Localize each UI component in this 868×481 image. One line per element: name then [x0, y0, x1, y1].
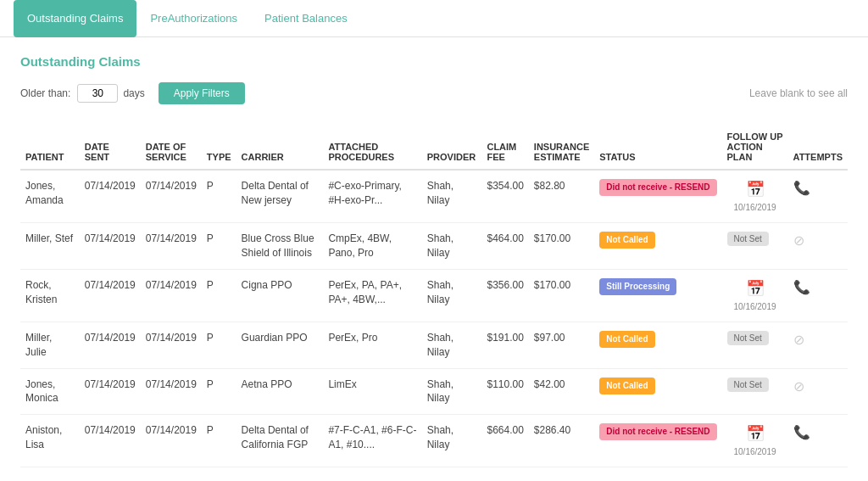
- cell-provider: Shah, Nilay: [422, 170, 482, 223]
- table-row: Miller, Stef 07/14/2019 07/14/2019 P Blu…: [20, 223, 848, 270]
- col-status: STATUS: [594, 125, 721, 170]
- table-row: Rock, Kristen 07/14/2019 07/14/2019 P Ci…: [20, 269, 848, 322]
- cell-attempts: ⊘: [788, 223, 848, 270]
- no-attempts-icon: ⊘: [793, 379, 804, 394]
- no-attempts-icon: ⊘: [793, 233, 804, 248]
- cell-provider: Shah, Nilay: [422, 415, 482, 467]
- cell-status: Not Called: [594, 322, 721, 368]
- table-header-row: PATIENT DATESENT DATE OFSERVICE TYPE CAR…: [20, 125, 848, 170]
- status-badge[interactable]: Did not receive - RESEND: [599, 423, 716, 440]
- action-date: 10/16/2019: [733, 202, 776, 214]
- days-input[interactable]: [77, 84, 118, 103]
- no-attempts-icon: ⊘: [793, 333, 804, 347]
- cell-insurance-estimate: $286.40: [529, 415, 594, 467]
- days-label: days: [123, 87, 144, 99]
- cell-patient: Jones, Monica: [20, 368, 80, 415]
- cell-claim-fee: $191.00: [481, 322, 528, 368]
- cell-date-sent: 07/14/2019: [80, 322, 141, 368]
- cell-action-plan: Not Set: [722, 223, 788, 270]
- cell-type: P: [202, 170, 236, 223]
- cell-action-plan: 📅 10/16/2019: [722, 415, 788, 467]
- col-insurance-estimate: INSURANCEESTIMATE: [529, 125, 594, 170]
- cell-provider: Shah, Nilay: [422, 223, 482, 270]
- cell-carrier: Delta Dental of New jersey: [236, 170, 324, 223]
- claims-table: PATIENT DATESENT DATE OFSERVICE TYPE CAR…: [20, 125, 848, 467]
- cell-procedures: CmpEx, 4BW, Pano, Pro: [323, 223, 421, 270]
- cell-insurance-estimate: $42.00: [529, 368, 594, 415]
- tab-patient-balances[interactable]: Patient Balances: [251, 0, 361, 37]
- cell-date-sent: 07/14/2019: [80, 170, 141, 223]
- col-patient: PATIENT: [20, 125, 80, 170]
- calendar-icon: 📅: [746, 278, 765, 299]
- cell-date-of-service: 07/14/2019: [141, 415, 202, 467]
- col-action-plan: FOLLOW UPACTIONPLAN: [722, 125, 788, 170]
- action-plan-cell[interactable]: 📅 10/16/2019: [727, 179, 783, 214]
- not-set-badge[interactable]: Not Set: [727, 331, 769, 345]
- cell-patient: Jones, Amanda: [20, 170, 80, 223]
- cell-claim-fee: $664.00: [481, 415, 528, 467]
- blank-note: Leave blank to see all: [749, 87, 848, 99]
- page-content: Outstanding Claims Older than: days Appl…: [0, 37, 868, 481]
- phone-icon: 📞: [793, 181, 810, 195]
- cell-type: P: [202, 415, 236, 467]
- cell-type: P: [202, 368, 236, 415]
- status-badge[interactable]: Still Processing: [599, 278, 676, 295]
- cell-procedures: LimEx: [323, 368, 421, 415]
- cell-procedures: #C-exo-Primary, #H-exo-Pr...: [323, 170, 421, 223]
- cell-type: P: [202, 223, 236, 270]
- action-date: 10/16/2019: [733, 446, 776, 458]
- table-row: Jones, Amanda 07/14/2019 07/14/2019 P De…: [20, 170, 848, 223]
- col-type: TYPE: [202, 125, 236, 170]
- col-provider: PROVIDER: [422, 125, 482, 170]
- action-plan-cell[interactable]: 📅 10/16/2019: [727, 423, 783, 458]
- cell-insurance-estimate: $82.80: [529, 170, 594, 223]
- status-badge[interactable]: Not Called: [599, 331, 654, 348]
- col-attempts: ATTEMPTS: [788, 125, 848, 170]
- col-procedures: ATTACHEDPROCEDURES: [323, 125, 421, 170]
- cell-procedures: PerEx, PA, PA+, PA+, 4BW,...: [323, 269, 421, 322]
- status-badge[interactable]: Did not receive - RESEND: [599, 179, 716, 196]
- col-carrier: CARRIER: [236, 125, 324, 170]
- page-title: Outstanding Claims: [20, 54, 848, 69]
- col-date-of-service: DATE OFSERVICE: [141, 125, 202, 170]
- cell-patient: Miller, Julie: [20, 322, 80, 368]
- phone-icon: 📞: [793, 280, 810, 294]
- cell-action-plan: 📅 10/16/2019: [722, 170, 788, 223]
- table-row: Aniston, Lisa 07/14/2019 07/14/2019 P De…: [20, 415, 848, 467]
- cell-action-plan: Not Set: [722, 322, 788, 368]
- table-row: Miller, Julie 07/14/2019 07/14/2019 P Gu…: [20, 322, 848, 368]
- cell-insurance-estimate: $170.00: [529, 269, 594, 322]
- cell-attempts: ⊘: [788, 322, 848, 368]
- not-set-badge[interactable]: Not Set: [727, 378, 769, 392]
- status-badge[interactable]: Not Called: [599, 232, 654, 249]
- calendar-icon: 📅: [746, 179, 765, 200]
- cell-attempts: 📞: [788, 269, 848, 322]
- calendar-icon: 📅: [746, 423, 765, 445]
- action-plan-cell[interactable]: 📅 10/16/2019: [727, 278, 783, 313]
- status-badge[interactable]: Not Called: [599, 378, 654, 394]
- cell-claim-fee: $354.00: [481, 170, 528, 223]
- cell-attempts: 📞: [788, 170, 848, 223]
- tab-preauthorizations[interactable]: PreAuthorizations: [136, 0, 251, 37]
- not-set-badge[interactable]: Not Set: [727, 232, 769, 246]
- cell-patient: Rock, Kristen: [20, 269, 80, 322]
- table-row: Jones, Monica 07/14/2019 07/14/2019 P Ae…: [20, 368, 848, 415]
- cell-date-sent: 07/14/2019: [80, 269, 141, 322]
- cell-carrier: Guardian PPO: [236, 322, 324, 368]
- cell-patient: Miller, Stef: [20, 223, 80, 270]
- cell-carrier: Cigna PPO: [236, 269, 324, 322]
- cell-action-plan: 📅 10/16/2019: [722, 269, 788, 322]
- cell-provider: Shah, Nilay: [422, 322, 482, 368]
- cell-type: P: [202, 269, 236, 322]
- cell-type: P: [202, 322, 236, 368]
- cell-claim-fee: $356.00: [481, 269, 528, 322]
- cell-date-of-service: 07/14/2019: [141, 223, 202, 270]
- cell-status: Not Called: [594, 368, 721, 415]
- cell-insurance-estimate: $170.00: [529, 223, 594, 270]
- older-than-label: Older than:: [20, 87, 70, 99]
- cell-date-sent: 07/14/2019: [80, 415, 141, 467]
- cell-insurance-estimate: $97.00: [529, 322, 594, 368]
- col-date-sent: DATESENT: [80, 125, 141, 170]
- tab-outstanding-claims[interactable]: Outstanding Claims: [14, 0, 136, 37]
- apply-filters-button[interactable]: Apply Filters: [159, 82, 245, 104]
